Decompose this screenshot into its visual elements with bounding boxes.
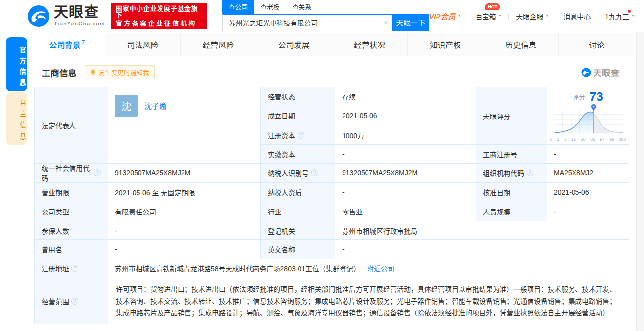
field-value-business-scope: 许可项目：货物进出口；技术进出口（依法须经批准的项目，经相关部门批准后方可开展经… [108, 278, 629, 324]
field-label-reg-authority: 登记机关 [261, 221, 335, 240]
company-nav-tabs: 公司背景 7 司法风险 经营风险 公司发展 经营状况 知识产权 历史信息 讨论 [29, 33, 634, 56]
field-value-status: 存续 [335, 87, 476, 106]
tianyan-score-panel: 评分 73 [547, 87, 629, 145]
field-value-reg-capital: 1000万 [335, 125, 476, 145]
tianyancha-logo[interactable]: 天眼查 TianYanCha.com [27, 5, 105, 27]
field-label-taxpayer-id: 纳税人识别号 ? [261, 164, 335, 183]
menu-divider [556, 13, 556, 20]
field-value-approval-date: 2021-05-06 [547, 183, 629, 202]
field-value-business-term: 2021-05-06 至 无固定期限 [108, 183, 261, 202]
search-tab-company[interactable]: 查公司 [222, 0, 254, 14]
field-value-org-code: MA25X8MJ2 [547, 164, 629, 183]
company-detail-card: 公司背景 7 司法风险 经营风险 公司发展 经营状况 知识产权 历史信息 讨论 … [29, 33, 634, 324]
field-value-paid-capital: - [335, 145, 476, 164]
tab-operation-risk[interactable]: 经营风险 [180, 33, 256, 56]
field-label-paid-capital: 实缴资本 [261, 145, 335, 164]
score-value: 73 [589, 90, 603, 103]
notify-on-change-button[interactable]: 发生变更时通知我 [85, 65, 155, 79]
legal-rep-name-link[interactable]: 沈子瑜 [144, 100, 166, 111]
clear-search-icon[interactable]: × [384, 18, 388, 26]
field-value-former-name: - [108, 240, 261, 259]
field-value-taxpayer-id: 91320507MA25X8MJ2M [335, 164, 476, 183]
business-info-table: 法定代表人 沈 沈子瑜 经营状态 存续 成立日期 2021-05-06 注册资本… [34, 87, 629, 324]
field-value-company-type: 有限责任公司 [108, 202, 261, 221]
help-icon[interactable]: ? [94, 169, 101, 176]
field-label-business-scope: 经营范围 ? [35, 278, 108, 324]
tianyancha-watermark-icon [581, 68, 591, 77]
search-input[interactable] [222, 14, 392, 31]
gov-badge-line2: 官方备案企业征信机构 [116, 20, 202, 26]
field-label-reg-number: 工商注册号 [476, 145, 547, 164]
field-value-est-date: 2021-05-06 [335, 106, 476, 125]
tianyancha-logo-icon [27, 5, 50, 27]
score-distribution-chart [550, 104, 626, 136]
menu-user-account[interactable]: 1九九三 ▼ [605, 11, 635, 21]
help-icon[interactable]: ? [298, 132, 304, 139]
tab-company-development[interactable]: 公司发展 [256, 33, 332, 56]
menu-enterprise-services[interactable]: 天眼企服 ▼ [516, 11, 549, 21]
tab-company-background[interactable]: 公司背景 7 [29, 33, 105, 56]
section-title: 工商信息 [42, 66, 77, 79]
field-label-taxpayer-quali: 纳税人资质 [261, 183, 335, 202]
search-tab-relation[interactable]: 查关系 [286, 0, 318, 14]
menu-divider [598, 13, 598, 20]
menu-vip[interactable]: VIP会员 ▼ [429, 11, 461, 21]
menu-divider [468, 13, 468, 20]
field-label-status: 经营状态 [261, 87, 335, 106]
field-value-reg-address: 苏州市相城区高铁新城青龙港路58号天成时代商务广场2803-01工位（集群登记）… [108, 259, 629, 278]
field-value-reg-number: - [547, 145, 629, 164]
nearby-companies-link[interactable]: 附近公司 [367, 263, 394, 273]
top-header: 天眼查 TianYanCha.com 国家中小企业发展子基金旗下 官方备案企业征… [0, 0, 644, 32]
help-icon[interactable]: ? [71, 265, 78, 272]
field-label-reg-address: 注册地址 ? [35, 259, 108, 278]
gov-badge-line1: 国家中小企业发展子基金旗下 [116, 5, 202, 18]
field-label-approval-date: 核准日期 [476, 183, 547, 202]
hot-badge: HOT [485, 3, 500, 10]
field-label-tianyan-score: 天眼评分 [476, 87, 547, 145]
field-label-english-name: 英文名称 [261, 240, 335, 259]
field-label-industry: 行业 [261, 202, 335, 221]
logo-title: 天眼查 [54, 5, 105, 20]
field-value-taxpayer-quali: - [335, 183, 476, 202]
help-icon[interactable]: ? [527, 169, 533, 176]
tab-count-badge: 7 [81, 39, 85, 46]
score-axis-ticks: 01 315 5085 9799 100 [550, 137, 626, 142]
menu-toolbox[interactable]: HOT 百宝箱 ▼ [475, 11, 502, 21]
gov-certification-badge: 国家中小企业发展子基金旗下 官方备案企业征信机构 [111, 3, 207, 29]
field-label-org-code: 组织机构代码 ? [476, 164, 547, 183]
search-area: 查公司 查老板 查关系 × 天眼一下 [222, 1, 429, 31]
tab-history-info[interactable]: 历史信息 [483, 33, 559, 56]
business-info-header: 工商信息 发生变更时通知我 天眼查 [29, 56, 634, 86]
side-tab-official-info[interactable]: 官方信息 [6, 37, 27, 91]
menu-divider [508, 13, 509, 20]
score-marker-pin [591, 104, 596, 111]
page-scrollbar-track[interactable] [636, 32, 644, 331]
search-tabs: 查公司 查老板 查关系 [222, 1, 429, 14]
field-label-staff-size: 人员规模 [476, 202, 547, 221]
field-value-english-name: - [335, 240, 629, 259]
tianyancha-watermark: 天眼查 [581, 66, 620, 78]
notification-dot [628, 10, 631, 13]
tab-discussion[interactable]: 讨论 [558, 33, 634, 56]
menu-message-center[interactable]: 消息中心 [563, 11, 591, 21]
tab-judicial-risk[interactable]: 司法风险 [105, 33, 181, 56]
search-tab-boss[interactable]: 查老板 [254, 0, 286, 14]
field-label-reg-capital: 注册资本 ? [261, 125, 335, 145]
help-icon[interactable]: ? [311, 169, 318, 176]
side-tab-self-info[interactable]: 自主信息 [6, 92, 27, 145]
chevron-down-icon: ▼ [631, 14, 635, 18]
chevron-down-icon: ▼ [458, 14, 461, 18]
legal-rep-avatar[interactable]: 沈 [115, 95, 138, 117]
tab-intellectual-property[interactable]: 知识产权 [407, 33, 483, 56]
field-label-insured-count: 参保人数 [35, 221, 108, 240]
field-label-company-type: 公司类型 [35, 202, 108, 221]
field-value-reg-authority: 苏州市相城区行政审批局 [335, 221, 629, 240]
chevron-down-icon: ▼ [498, 14, 502, 18]
help-icon[interactable]: ? [71, 298, 78, 305]
logo-subtitle: TianYanCha.com [54, 21, 105, 26]
field-value-insured-count: - [108, 221, 261, 240]
tab-operation-status[interactable]: 经营状况 [332, 33, 408, 56]
score-caption: 评分 [573, 92, 585, 101]
header-menu: VIP会员 ▼ HOT 百宝箱 ▼ 天眼企服 ▼ 消息中心 1九九三 ▼ [429, 11, 635, 21]
search-button[interactable]: 天眼一下 [392, 14, 429, 31]
